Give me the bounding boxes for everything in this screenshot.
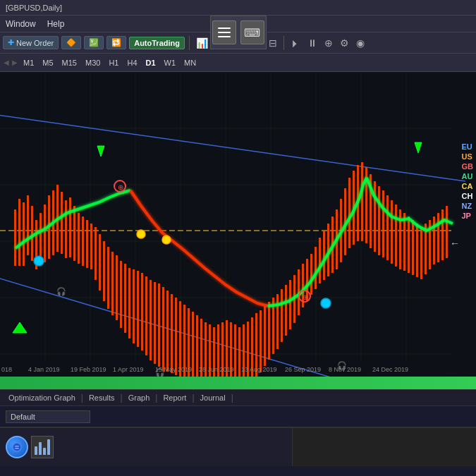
svg-rect-76	[260, 310, 262, 372]
toolbar-icon3[interactable]: 🔁	[106, 36, 126, 49]
svg-rect-97	[348, 178, 350, 248]
svg-rect-70	[234, 324, 236, 377]
indicator-button[interactable]: ⏵	[288, 36, 303, 50]
svg-rect-108	[395, 205, 397, 267]
tf-m1[interactable]: M1	[20, 57, 37, 68]
settings-button[interactable]: ⚙	[338, 36, 351, 50]
svg-rect-103	[374, 181, 376, 252]
svg-text:⊕: ⊕	[303, 293, 308, 301]
svg-text:1 Apr 2019: 1 Apr 2019	[113, 366, 144, 373]
svg-rect-34	[82, 216, 84, 266]
title-bar: [GBPUSD,Daily]	[0, 0, 476, 16]
pair-eu[interactable]: EU	[462, 142, 474, 151]
pair-ca[interactable]: CA	[462, 182, 474, 190]
svg-text:19 Feb 2019: 19 Feb 2019	[71, 366, 106, 373]
svg-text:🎧: 🎧	[56, 286, 66, 296]
pair-nz[interactable]: NZ	[462, 202, 474, 210]
tf-w1[interactable]: W1	[161, 57, 180, 68]
pair-us[interactable]: US	[462, 152, 474, 161]
svg-rect-81	[281, 289, 283, 342]
svg-rect-29	[61, 192, 63, 254]
svg-rect-54	[166, 291, 169, 372]
svg-rect-82	[285, 285, 287, 336]
svg-text:018: 018	[1, 366, 12, 373]
svg-rect-43	[120, 261, 122, 328]
svg-rect-114	[420, 227, 422, 279]
timeframe-bar: ◀ ▶ M1 M5 M15 M30 H1 H4 D1 W1 MN	[0, 54, 476, 72]
svg-text:15 May 2019: 15 May 2019	[155, 366, 192, 373]
svg-rect-149	[15, 448, 19, 449]
tab-optimization-graph[interactable]: Optimization Graph	[3, 389, 81, 406]
toolbar-sep2	[283, 36, 284, 50]
autotrading-button[interactable]: AutoTrading	[129, 37, 185, 49]
hamburger-menu-button[interactable]	[212, 20, 236, 44]
circle-button[interactable]: ◉	[354, 36, 367, 50]
chart-type-button[interactable]: 📊	[194, 36, 210, 50]
tf-m15[interactable]: M15	[59, 57, 80, 68]
svg-rect-37	[94, 227, 97, 280]
svg-rect-113	[416, 224, 418, 277]
chart-mini-icon	[31, 436, 54, 458]
svg-rect-47	[137, 271, 139, 347]
svg-rect-60	[192, 312, 194, 377]
chart-area[interactable]: ⊕ ⊕ 🎧 🎧 🎧 ← 018 4 Jan 2019 19 Feb 2019 1…	[0, 72, 476, 377]
tf-h1[interactable]: H1	[105, 57, 122, 68]
menu-help[interactable]: Help	[47, 19, 65, 29]
default-section	[0, 406, 476, 427]
tf-h4[interactable]: H4	[123, 57, 140, 68]
grid-btn2[interactable]: ⊟	[267, 36, 279, 50]
svg-point-147	[13, 443, 21, 451]
svg-text:26 Sep 2019: 26 Sep 2019	[285, 366, 321, 373]
title-text: [GBPUSD,Daily]	[6, 4, 62, 12]
svg-rect-20	[23, 202, 25, 266]
svg-rect-78	[268, 302, 270, 360]
svg-rect-89	[315, 247, 317, 289]
svg-rect-57	[179, 301, 181, 377]
scroll-right-button[interactable]: ⏸	[305, 36, 319, 50]
menu-bar: Window Help ⌨	[0, 16, 476, 32]
pair-gb[interactable]: GB	[462, 162, 474, 171]
tab-graph[interactable]: Graph	[123, 389, 156, 406]
pair-au[interactable]: AU	[462, 172, 474, 181]
sub-panel-left	[0, 428, 293, 466]
svg-rect-33	[78, 213, 80, 264]
svg-rect-111	[408, 216, 410, 273]
toolbar-icon1[interactable]: 🔶	[61, 36, 81, 49]
svg-point-127	[34, 256, 44, 266]
progress-bar	[0, 377, 476, 389]
svg-rect-40	[107, 247, 109, 309]
tab-report[interactable]: Report	[157, 389, 192, 406]
tab-journal[interactable]: Journal	[195, 389, 231, 406]
svg-rect-104	[378, 186, 380, 255]
toolbar-separator	[189, 36, 190, 50]
svg-rect-105	[382, 190, 384, 257]
tf-m30[interactable]: M30	[82, 57, 104, 68]
keyboard-button[interactable]: ⌨	[240, 20, 264, 44]
svg-rect-50	[149, 280, 152, 360]
menu-overlay: ⌨	[210, 16, 267, 49]
svg-rect-48	[141, 273, 143, 350]
svg-rect-36	[90, 224, 92, 269]
tab-results[interactable]: Results	[83, 389, 121, 406]
svg-rect-51	[154, 282, 156, 364]
sub-panel-right	[293, 428, 476, 466]
svg-text:8 Nov 2019: 8 Nov 2019	[329, 366, 361, 373]
tab-sep5: |	[231, 393, 233, 403]
svg-rect-38	[99, 234, 101, 291]
tf-mn[interactable]: MN	[181, 57, 200, 68]
svg-rect-91	[323, 231, 325, 280]
tf-d1[interactable]: D1	[142, 57, 159, 68]
add-chart-button[interactable]: ⊕	[322, 36, 335, 50]
pair-jp[interactable]: JP	[462, 212, 474, 220]
svg-rect-117	[433, 216, 435, 264]
toolbar-icon2[interactable]: 💹	[84, 36, 104, 49]
svg-rect-110	[403, 213, 405, 271]
new-order-button[interactable]: ✚ New Order	[3, 36, 59, 49]
tf-m5[interactable]: M5	[39, 57, 56, 68]
menu-window[interactable]: Window	[6, 19, 36, 29]
svg-rect-18	[14, 209, 16, 266]
svg-rect-119	[441, 209, 444, 260]
pair-ch[interactable]: CH	[462, 192, 474, 200]
default-input[interactable]	[6, 410, 90, 423]
svg-point-126	[162, 236, 171, 244]
